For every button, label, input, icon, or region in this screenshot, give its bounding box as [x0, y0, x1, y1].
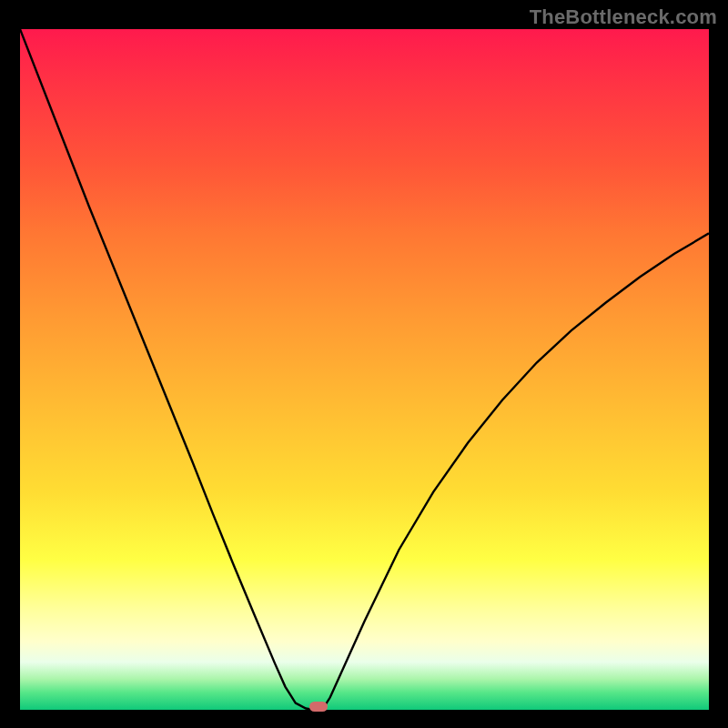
optimum-marker — [309, 702, 328, 712]
bottleneck-curve-path — [20, 29, 709, 710]
bottleneck-curve — [20, 29, 709, 710]
chart-plot-area — [20, 29, 709, 710]
watermark-text: TheBottleneck.com — [530, 5, 717, 29]
